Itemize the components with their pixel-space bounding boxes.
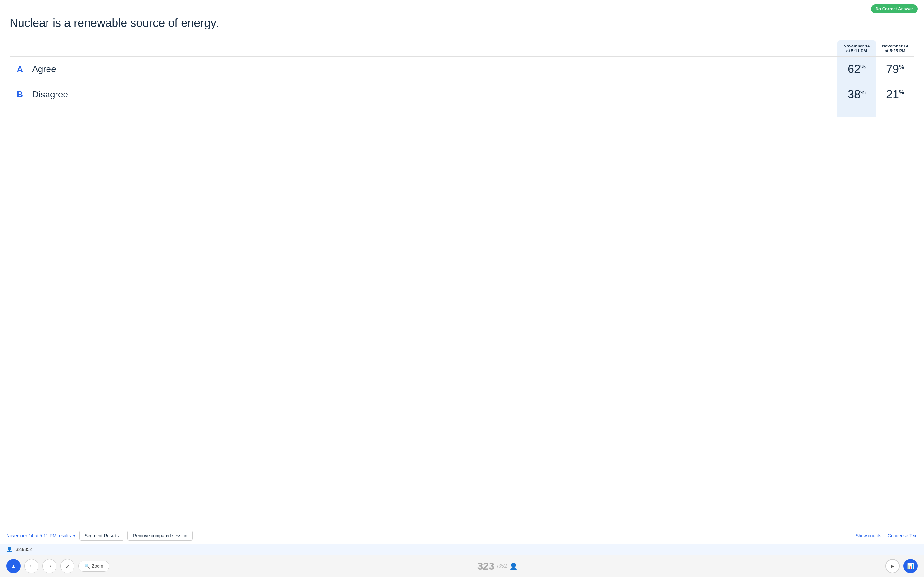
session1-header: November 14 at 5:11 PM — [837, 40, 876, 57]
zoom-label: Zoom — [92, 564, 103, 569]
footer-highlight — [837, 107, 876, 117]
count-row: 👤 323/352 — [0, 544, 924, 555]
back-button[interactable]: ← — [24, 559, 39, 573]
session-dropdown-label: November 14 at 5:11 PM results — [6, 533, 71, 538]
condense-text-link[interactable]: Condense Text — [888, 533, 918, 538]
question-title: Nuclear is a renewable source of energy. — [10, 16, 914, 31]
center-count-area: 323 /352 👤 — [477, 560, 518, 572]
up-button[interactable]: ▲ — [6, 559, 21, 573]
answer-text: Agree — [29, 56, 837, 82]
forward-button[interactable]: → — [42, 559, 57, 573]
footer-empty-1 — [10, 107, 29, 117]
up-icon: ▲ — [11, 563, 16, 570]
action-bar: ▲ ← → ⤢ 🔍 Zoom 323 /352 👤 ▶ 📊 — [0, 555, 924, 577]
chevron-down-icon: ▼ — [73, 534, 76, 538]
play-icon: ▶ — [891, 564, 894, 569]
move-button[interactable]: ⤢ — [60, 559, 74, 573]
chart-icon: 📊 — [907, 562, 914, 570]
show-counts-link[interactable]: Show counts — [856, 533, 881, 538]
main-content: Nuclear is a renewable source of energy.… — [0, 16, 924, 527]
no-correct-answer-badge: No Correct Answer — [871, 5, 918, 13]
col-letter — [10, 40, 29, 57]
forward-icon: → — [47, 563, 52, 570]
segment-results-button[interactable]: Segment Results — [79, 530, 124, 541]
action-count-small: /352 — [497, 563, 507, 569]
session1-pct: 62% — [837, 56, 876, 82]
letter-cell: A — [10, 56, 29, 82]
action-person-icon: 👤 — [509, 562, 517, 570]
zoom-button[interactable]: 🔍 Zoom — [78, 561, 110, 572]
count-row-text: 323/352 — [16, 547, 32, 552]
remove-compared-session-button[interactable]: Remove compared session — [128, 530, 193, 541]
table-row: A Agree 62% 79% — [10, 56, 914, 82]
session1-pct: 38% — [837, 82, 876, 107]
session-dropdown[interactable]: November 14 at 5:11 PM results ▼ — [6, 533, 76, 538]
answer-text: Disagree — [29, 82, 837, 107]
back-icon: ← — [29, 563, 34, 570]
person-icon: 👤 — [6, 546, 13, 552]
session2-header: November 14 at 5:25 PM — [876, 40, 914, 57]
move-icon: ⤢ — [65, 563, 69, 569]
session2-pct: 79% — [876, 56, 914, 82]
chart-button[interactable]: 📊 — [903, 559, 918, 573]
session2-pct: 21% — [876, 82, 914, 107]
answer-letter: B — [17, 89, 23, 99]
col-answer — [29, 40, 837, 57]
bottom-toolbar: November 14 at 5:11 PM results ▼ Segment… — [0, 527, 924, 544]
footer-plain — [876, 107, 914, 117]
toolbar-right: Show counts Condense Text — [856, 533, 918, 538]
zoom-icon: 🔍 — [84, 564, 90, 569]
footer-empty-2 — [29, 107, 837, 117]
table-row: B Disagree 38% 21% — [10, 82, 914, 107]
action-count-big: 323 — [477, 560, 494, 572]
answer-table: November 14 at 5:11 PM November 14 at 5:… — [10, 40, 914, 117]
play-button[interactable]: ▶ — [885, 559, 900, 573]
answer-letter: A — [17, 64, 23, 74]
letter-cell: B — [10, 82, 29, 107]
top-badge-area: No Correct Answer — [0, 0, 924, 16]
